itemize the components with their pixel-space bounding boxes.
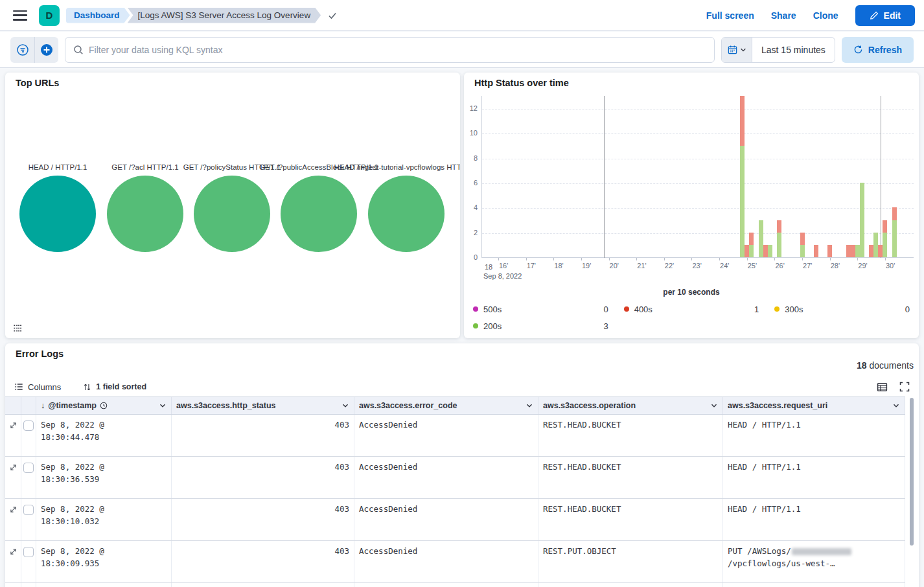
cell-http-status <box>172 583 354 587</box>
pie-slice[interactable] <box>281 176 357 252</box>
column-header-http_status[interactable]: aws.s3access.http_status <box>172 397 354 414</box>
x-axis-tick-label: 24' <box>720 262 729 270</box>
display-options-icon[interactable] <box>877 382 888 393</box>
legend-item[interactable]: 200s3 <box>473 317 608 334</box>
column-menu-chevron-icon[interactable] <box>341 402 349 409</box>
date-picker: Last 15 minutes <box>721 37 835 63</box>
row-checkbox[interactable] <box>23 547 34 557</box>
avatar[interactable]: D <box>39 5 60 26</box>
column-header-label: aws.s3access.error_code <box>359 401 457 410</box>
stacked-bar <box>745 245 749 257</box>
refresh-button[interactable]: Refresh <box>842 37 914 63</box>
bar-segment-400s <box>846 245 851 257</box>
time-range-value[interactable]: Last 15 minutes <box>752 38 835 62</box>
row-select-cell <box>21 457 36 498</box>
search-icon <box>73 45 84 55</box>
pencil-icon <box>870 11 879 20</box>
bar-segment-200s <box>855 245 860 257</box>
column-menu-chevron-icon[interactable] <box>710 402 718 409</box>
cell-operation: REST.HEAD.BUCKET <box>538 457 723 498</box>
bar-segment-200s <box>740 146 745 258</box>
x-axis-tick <box>719 258 720 260</box>
calendar-dropdown-button[interactable] <box>722 38 752 62</box>
pie-slice[interactable] <box>194 176 270 252</box>
bar-segment-400s <box>740 96 745 146</box>
y-axis-tick-label: 12 <box>464 104 478 112</box>
time-annotation-line <box>881 96 881 258</box>
pie-slice[interactable] <box>107 176 183 252</box>
stacked-bar <box>873 233 878 257</box>
legend-item[interactable]: 400s1 <box>624 301 759 317</box>
filter-circle-icon[interactable] <box>10 37 34 63</box>
stacked-bar <box>851 245 855 257</box>
row-expand-cell <box>5 583 21 587</box>
x-axis-tick <box>885 258 886 260</box>
expand-row-icon[interactable] <box>9 463 17 498</box>
gridline <box>482 233 914 234</box>
row-select-cell <box>21 499 36 540</box>
share-button[interactable]: Share <box>771 10 796 21</box>
legend-item[interactable]: 300s0 <box>774 301 910 317</box>
clone-button[interactable]: Clone <box>813 10 838 21</box>
breadcrumb-dashboard[interactable]: Dashboard <box>66 8 130 23</box>
stacked-bar <box>749 233 754 257</box>
bar-segment-200s <box>800 245 805 257</box>
expand-row-icon[interactable] <box>9 547 17 582</box>
sorted-fields-button[interactable]: 1 field sorted <box>83 382 146 391</box>
y-axis-tick-label: 4 <box>464 203 478 211</box>
column-menu-chevron-icon[interactable] <box>159 402 167 409</box>
stacked-bar <box>814 245 818 257</box>
pie-slice[interactable] <box>368 176 445 252</box>
legend-item[interactable]: 500s0 <box>473 301 608 317</box>
table-scrollbar[interactable] <box>910 398 914 546</box>
column-header-request_uri[interactable]: aws.s3access.request_uri <box>723 397 905 414</box>
stacked-bar <box>740 96 745 257</box>
menu-icon[interactable] <box>13 10 27 21</box>
columns-button[interactable]: Columns <box>14 382 61 392</box>
full-screen-button[interactable]: Full screen <box>706 10 754 21</box>
x-axis-tick-label: 21' <box>637 262 646 270</box>
kql-search-input[interactable] <box>89 45 706 55</box>
row-checkbox[interactable] <box>23 420 34 431</box>
row-checkbox[interactable] <box>23 505 34 515</box>
panel-http-status: Http Status over time 02468101216'17'18'… <box>464 73 919 338</box>
stacked-bar <box>800 233 805 257</box>
fullscreen-icon[interactable] <box>899 382 910 392</box>
column-header-operation[interactable]: aws.s3access.operation <box>538 397 723 414</box>
legend-toggle-icon[interactable] <box>13 323 23 333</box>
expand-row-icon[interactable] <box>9 421 17 456</box>
column-menu-chevron-icon[interactable] <box>526 402 533 409</box>
x-axis-tick-label: 25' <box>748 262 757 270</box>
cell-error-code: AccessDenied <box>354 457 538 498</box>
row-select-cell <box>21 415 36 456</box>
cell-timestamp: Sep 8, 2022 @ 18:30:10.032 <box>36 499 172 540</box>
legend-label: 200s <box>483 321 502 331</box>
cell-error-code: AccessDenied <box>354 499 538 540</box>
pie-slice[interactable] <box>19 176 96 252</box>
row-checkbox[interactable] <box>23 463 34 473</box>
legend-value: 1 <box>754 305 759 314</box>
legend-value: 0 <box>905 305 910 314</box>
table-header-row: ↓@timestampaws.s3access.http_statusaws.s… <box>5 397 905 415</box>
edit-button[interactable]: Edit <box>855 5 915 26</box>
table-row: Sep 8, 2022 @ 18:30:10.032403AccessDenie… <box>5 499 905 541</box>
column-menu-chevron-icon[interactable] <box>892 402 900 409</box>
add-filter-icon[interactable] <box>34 37 58 63</box>
gridline <box>482 183 914 184</box>
cell-timestamp <box>36 583 172 587</box>
bar-segment-400s <box>892 207 897 220</box>
table-row: Sep 8, 2022 @ 18:30:44.478403AccessDenie… <box>5 415 905 457</box>
legend-dot <box>473 323 478 328</box>
column-header-timestamp[interactable]: ↓@timestamp <box>36 397 172 414</box>
x-axis-tick-label: 20' <box>610 262 619 270</box>
expand-row-icon[interactable] <box>9 505 17 540</box>
column-header-error_code[interactable]: aws.s3access.error_code <box>354 397 538 414</box>
refresh-icon <box>853 45 863 54</box>
cell-timestamp: Sep 8, 2022 @ 18:30:09.935 <box>36 541 172 582</box>
x-axis-tick-label: 27' <box>803 262 812 270</box>
cell-operation <box>538 583 723 587</box>
sort-icon <box>83 383 91 391</box>
stacked-bar <box>869 245 873 257</box>
x-axis-tick <box>526 258 527 260</box>
bar-segment-400s <box>763 245 768 257</box>
